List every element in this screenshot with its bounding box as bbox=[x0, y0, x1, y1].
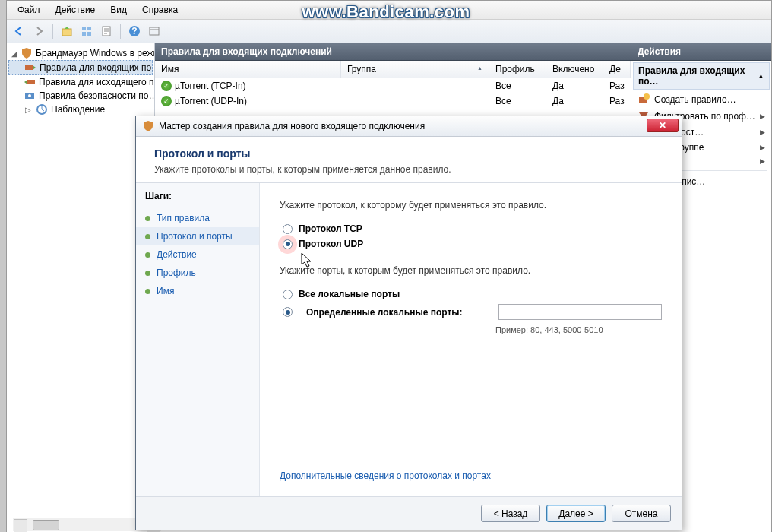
actions-subheader[interactable]: Правила для входящих по… ▲ bbox=[633, 62, 770, 90]
rule-action: Раз bbox=[603, 79, 631, 93]
svg-point-16 bbox=[644, 93, 650, 100]
radio-tcp[interactable] bbox=[283, 224, 293, 234]
tree-connection-security[interactable]: Правила безопасности по… bbox=[8, 89, 153, 103]
radio-udp[interactable] bbox=[283, 239, 293, 249]
security-icon bbox=[24, 90, 36, 102]
monitoring-icon bbox=[36, 103, 48, 116]
protocol-radio-group: Протокол TCP Протокол UDP bbox=[283, 221, 662, 252]
menu-action[interactable]: Действие bbox=[49, 2, 102, 17]
rule-name: µTorrent (TCP-In) bbox=[175, 81, 246, 91]
tree-label: Правила безопасности по… bbox=[39, 90, 155, 101]
step-name[interactable]: Имя bbox=[145, 282, 250, 300]
bullet-icon bbox=[145, 216, 150, 221]
wizard-subheading: Укажите протоколы и порты, к которым при… bbox=[154, 164, 663, 175]
view-button[interactable] bbox=[145, 22, 163, 40]
table-row[interactable]: ✓µTorrent (TCP-In) Все Да Раз bbox=[155, 78, 631, 93]
toolbar-separator bbox=[120, 24, 121, 39]
rule-profile: Все bbox=[489, 94, 546, 108]
action-create-rule[interactable]: Создать правило… bbox=[631, 91, 771, 108]
properties-button[interactable] bbox=[78, 22, 96, 40]
action-label: Создать правило… bbox=[654, 94, 736, 105]
step-profile[interactable]: Профиль bbox=[145, 264, 250, 282]
svg-text:?: ? bbox=[131, 26, 137, 36]
actions-subheader-label: Правила для входящих по… bbox=[638, 65, 758, 87]
step-label: Профиль bbox=[157, 268, 196, 278]
svg-rect-4 bbox=[87, 32, 91, 36]
ports-input[interactable] bbox=[498, 304, 662, 320]
chevron-right-icon: ▶ bbox=[760, 144, 765, 151]
tree-label: Брандмауэр Windows в режим bbox=[36, 48, 155, 59]
back-button[interactable]: < Назад bbox=[481, 505, 540, 522]
radio-specific-ports[interactable] bbox=[283, 307, 293, 317]
step-rule-type[interactable]: Тип правила bbox=[145, 209, 250, 227]
wizard-content: Укажите протокол, к которому будет приме… bbox=[260, 183, 682, 496]
menu-view[interactable]: Вид bbox=[104, 2, 133, 17]
rules-rows: ✓µTorrent (TCP-In) Все Да Раз ✓µTorrent … bbox=[155, 78, 631, 109]
tree-label: Правила для исходящего п… bbox=[39, 77, 155, 87]
expand-icon[interactable]: ▷ bbox=[24, 106, 33, 114]
col-profile[interactable]: Профиль bbox=[489, 61, 546, 78]
rules-header: Правила для входящих подключений bbox=[155, 43, 631, 61]
step-protocol-ports[interactable]: Протокол и порты bbox=[136, 227, 259, 245]
col-group[interactable]: Группа bbox=[341, 61, 489, 78]
wizard-button-bar: < Назад Далее > Отмена bbox=[136, 496, 682, 530]
radio-tcp-label: Протокол TCP bbox=[299, 223, 362, 234]
back-button[interactable] bbox=[10, 22, 28, 40]
wizard-heading: Протокол и порты bbox=[154, 147, 663, 160]
chevron-right-icon: ▶ bbox=[760, 112, 765, 120]
forward-button[interactable] bbox=[30, 22, 48, 40]
bullet-icon bbox=[145, 234, 150, 239]
bullet-icon bbox=[145, 289, 150, 294]
col-action[interactable]: Де bbox=[603, 61, 631, 78]
radio-tcp-row[interactable]: Протокол TCP bbox=[283, 221, 662, 236]
inbound-icon bbox=[24, 62, 36, 74]
allow-icon: ✓ bbox=[161, 96, 172, 106]
menu-help[interactable]: Справка bbox=[136, 2, 184, 17]
table-row[interactable]: ✓µTorrent (UDP-In) Все Да Раз bbox=[155, 93, 631, 109]
outbound-icon bbox=[24, 76, 36, 88]
protocol-question: Укажите протокол, к которому будет приме… bbox=[280, 200, 662, 211]
svg-rect-11 bbox=[27, 80, 35, 84]
rule-profile: Все bbox=[489, 79, 546, 93]
tree-outbound-rules[interactable]: Правила для исходящего п… bbox=[8, 75, 153, 89]
tree-monitoring[interactable]: ▷ Наблюдение bbox=[8, 103, 153, 116]
radio-all-ports-row[interactable]: Все локальные порты bbox=[283, 287, 662, 302]
col-enabled[interactable]: Включено bbox=[546, 61, 603, 78]
help-button[interactable]: ? bbox=[125, 22, 144, 40]
svg-rect-2 bbox=[87, 27, 91, 30]
radio-specific-ports-row[interactable]: Определенные локальные порты: bbox=[283, 302, 662, 322]
collapse-icon: ▲ bbox=[758, 72, 764, 80]
wizard-steps-sidebar: Шаги: Тип правила Протокол и порты Дейст… bbox=[136, 183, 260, 496]
rule-enabled: Да bbox=[546, 79, 603, 93]
ports-question: Укажите порты, к которым будет применять… bbox=[280, 265, 662, 276]
up-button[interactable] bbox=[58, 22, 76, 40]
step-label: Имя bbox=[157, 286, 174, 296]
export-button[interactable] bbox=[97, 22, 115, 40]
tree-panel: ◢ Брандмауэр Windows в режим Правила для… bbox=[7, 43, 155, 532]
rule-name: µTorrent (UDP-In) bbox=[175, 96, 247, 106]
steps-label: Шаги: bbox=[145, 191, 250, 201]
col-name[interactable]: Имя bbox=[155, 61, 341, 78]
learn-more-link[interactable]: Дополнительные сведения о протоколах и п… bbox=[280, 470, 491, 481]
radio-all-ports[interactable] bbox=[283, 290, 293, 299]
radio-udp-row[interactable]: Протокол UDP bbox=[283, 236, 662, 252]
tree-root-firewall[interactable]: ◢ Брандмауэр Windows в режим bbox=[8, 46, 153, 60]
close-icon: ✕ bbox=[659, 120, 666, 131]
ports-radio-group: Все локальные порты Определенные локальн… bbox=[283, 287, 662, 334]
close-button[interactable]: ✕ bbox=[647, 119, 679, 132]
toolbar: ? bbox=[7, 20, 771, 43]
new-rule-wizard-dialog: Мастер создания правила для нового входя… bbox=[135, 116, 682, 530]
radio-udp-label: Протокол UDP bbox=[299, 239, 363, 249]
radio-all-ports-label: Все локальные порты bbox=[299, 289, 400, 299]
tree-inbound-rules[interactable]: Правила для входящих по… bbox=[8, 60, 153, 75]
cancel-button[interactable]: Отмена bbox=[612, 505, 671, 522]
menu-file[interactable]: Файл bbox=[11, 2, 46, 17]
scrollbar-thumb[interactable] bbox=[33, 520, 59, 530]
step-action[interactable]: Действие bbox=[145, 245, 250, 264]
step-label: Протокол и порты bbox=[157, 231, 233, 242]
svg-rect-1 bbox=[82, 27, 86, 30]
next-button[interactable]: Далее > bbox=[546, 505, 606, 522]
wizard-titlebar[interactable]: Мастер создания правила для нового входя… bbox=[136, 116, 682, 137]
svg-rect-0 bbox=[62, 29, 71, 36]
collapse-icon[interactable]: ◢ bbox=[11, 49, 17, 58]
